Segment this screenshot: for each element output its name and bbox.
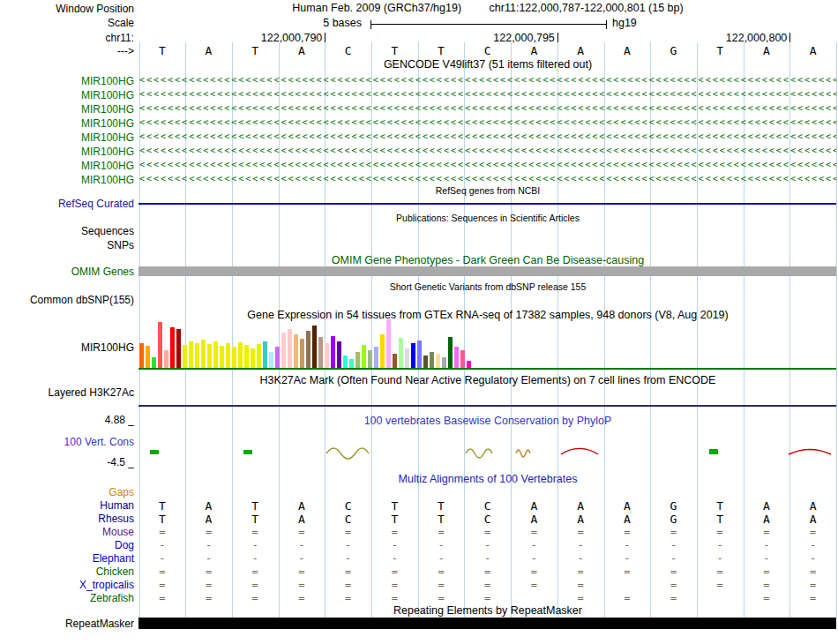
gene-row-mir100hg[interactable]: <<<<<<<<<<<<<<<<<<<<<<<<<<<<<<<<<<<<<<<<… (139, 130, 836, 144)
gtex-bar[interactable] (139, 343, 144, 368)
sidebar-label-sequences[interactable]: Sequences (0, 225, 134, 237)
gtex-bar[interactable] (238, 342, 243, 368)
species-label-chicken[interactable]: Chicken (0, 565, 134, 578)
gtex-bar[interactable] (306, 331, 311, 368)
gtex-bar[interactable] (158, 322, 162, 368)
gtex-bar[interactable] (294, 334, 298, 368)
gtex-bar[interactable] (207, 344, 212, 368)
gtex-bar[interactable] (220, 346, 224, 368)
sidebar-label-snps[interactable]: SNPs (0, 239, 134, 251)
sidebar-label-mir100hg-8[interactable]: MIR100HG (0, 174, 134, 186)
alignment-cell: C (325, 499, 371, 513)
gtex-bar[interactable] (146, 346, 150, 368)
gene-row-mir100hg[interactable]: <<<<<<<<<<<<<<<<<<<<<<<<<<<<<<<<<<<<<<<<… (139, 116, 836, 130)
gtex-bar[interactable] (275, 347, 280, 368)
alignment-cell: = (185, 565, 232, 578)
refseq-curated-line[interactable] (138, 203, 836, 205)
gtex-bar[interactable] (213, 341, 218, 368)
gtex-bar[interactable] (300, 339, 304, 368)
gtex-bar[interactable] (288, 329, 292, 368)
gtex-bar[interactable] (331, 336, 335, 368)
gtex-bar[interactable] (312, 326, 317, 368)
gtex-bar[interactable] (355, 352, 360, 368)
sidebar-label-mir100hg-5[interactable]: MIR100HG (0, 131, 134, 144)
alignment-cell: T (371, 513, 418, 526)
gtex-bar[interactable] (411, 343, 415, 368)
gtex-bar[interactable] (189, 341, 193, 368)
gene-row-mir100hg[interactable]: <<<<<<<<<<<<<<<<<<<<<<<<<<<<<<<<<<<<<<<<… (139, 144, 836, 158)
gtex-bar[interactable] (393, 354, 397, 368)
species-label-gaps[interactable]: Gaps (0, 486, 134, 498)
alignment-cell: - (232, 552, 279, 565)
gene-row-mir100hg[interactable]: <<<<<<<<<<<<<<<<<<<<<<<<<<<<<<<<<<<<<<<<… (139, 87, 836, 101)
gtex-bar[interactable] (281, 333, 286, 368)
sidebar-label-mir100hg-3[interactable]: MIR100HG (0, 103, 134, 116)
species-label-mouse[interactable]: Mouse (0, 526, 134, 538)
repeatmasker-bar[interactable] (138, 618, 836, 629)
gtex-bar[interactable] (380, 334, 385, 368)
sidebar-label-repeatmasker[interactable]: RepeatMasker (0, 618, 134, 630)
gtex-bar[interactable] (325, 343, 329, 368)
gtex-bar[interactable] (170, 327, 175, 368)
gtex-bar[interactable] (183, 345, 187, 368)
gtex-bar[interactable] (244, 345, 249, 368)
sidebar-label-phylop-max: 4.88 _ (0, 414, 134, 426)
gtex-bar[interactable] (269, 352, 273, 368)
gtex-bar[interactable] (374, 347, 378, 368)
sidebar-label-layered-h3k27ac[interactable]: Layered H3K27Ac (0, 386, 134, 399)
gtex-bar[interactable] (201, 340, 206, 368)
gtex-bar[interactable] (368, 350, 372, 368)
sidebar-label-mir100hg-6[interactable]: MIR100HG (0, 146, 134, 158)
sidebar-label-common-dbsnp[interactable]: Common dbSNP(155) (0, 294, 134, 306)
gtex-bar[interactable] (454, 347, 459, 368)
gtex-bar[interactable] (399, 338, 403, 368)
gtex-bar[interactable] (164, 350, 168, 368)
sidebar-label-mir100hg-4[interactable]: MIR100HG (0, 117, 134, 130)
gene-row-mir100hg[interactable]: <<<<<<<<<<<<<<<<<<<<<<<<<<<<<<<<<<<<<<<<… (139, 101, 836, 116)
gene-row-mir100hg[interactable]: <<<<<<<<<<<<<<<<<<<<<<<<<<<<<<<<<<<<<<<<… (139, 172, 836, 186)
gtex-bar[interactable] (226, 343, 230, 368)
gtex-bar[interactable] (362, 345, 366, 368)
sidebar-label-vert-cons[interactable]: 100 Vert. Cons (0, 436, 134, 448)
gtex-bar[interactable] (417, 341, 422, 368)
species-label-elephant[interactable]: Elephant (0, 552, 134, 565)
gtex-bar[interactable] (405, 348, 409, 368)
gtex-bar[interactable] (337, 341, 341, 368)
gtex-bar[interactable] (176, 329, 181, 368)
gtex-bar[interactable] (442, 357, 446, 368)
gtex-bar[interactable] (436, 354, 440, 368)
sidebar-label-mir100hg-1[interactable]: MIR100HG (0, 75, 134, 87)
gtex-bar[interactable] (386, 319, 391, 368)
alignment-cell: - (279, 539, 325, 551)
sidebar-label-refseq-curated[interactable]: RefSeq Curated (0, 198, 134, 210)
alignment-cell: A (557, 499, 604, 513)
species-label-human[interactable]: Human (0, 499, 134, 512)
species-label-dog[interactable]: Dog (0, 539, 134, 551)
omim-genes-bar[interactable] (138, 266, 836, 276)
gtex-bar[interactable] (467, 361, 471, 368)
gtex-bar[interactable] (430, 352, 434, 368)
gtex-bar[interactable] (263, 341, 267, 368)
gtex-bar[interactable] (257, 344, 261, 368)
gtex-bar[interactable] (349, 359, 354, 368)
gtex-bar[interactable] (343, 356, 348, 368)
gene-row-mir100hg[interactable]: <<<<<<<<<<<<<<<<<<<<<<<<<<<<<<<<<<<<<<<<… (139, 73, 836, 87)
sidebar-label-mir100hg-2[interactable]: MIR100HG (0, 89, 134, 101)
gtex-bar[interactable] (423, 356, 428, 368)
h3k27ac-baseline[interactable] (138, 405, 836, 407)
gtex-bar[interactable] (152, 357, 156, 368)
gtex-bar[interactable] (460, 350, 465, 368)
gtex-bar[interactable] (448, 337, 453, 368)
sidebar-label-mir100hg-7[interactable]: MIR100HG (0, 160, 134, 172)
gene-row-mir100hg[interactable]: <<<<<<<<<<<<<<<<<<<<<<<<<<<<<<<<<<<<<<<<… (139, 158, 836, 172)
gtex-bar[interactable] (232, 347, 236, 368)
position-label: chr11:122,000,787-122,000,801 (15 bp) (490, 2, 684, 14)
sidebar-label-gtex-gene[interactable]: MIR100HG (0, 341, 134, 354)
gtex-bar[interactable] (195, 343, 199, 368)
gtex-bar[interactable] (318, 337, 323, 368)
species-label-zebrafish[interactable]: Zebrafish (0, 592, 134, 604)
gtex-bar[interactable] (251, 348, 255, 368)
species-label-rhesus[interactable]: Rhesus (0, 513, 134, 525)
sidebar-label-omim-genes[interactable]: OMIM Genes (0, 266, 134, 278)
species-label-x_tropicalis[interactable]: X_tropicalis (0, 579, 134, 591)
